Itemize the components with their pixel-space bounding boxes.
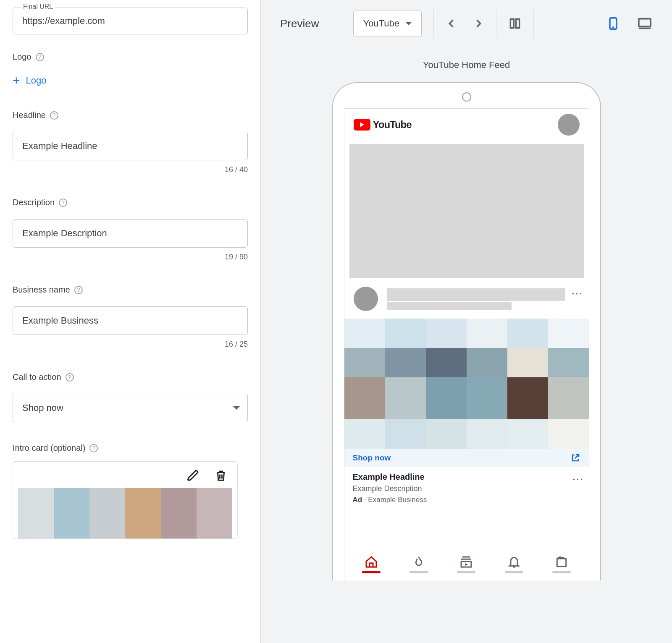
preview-panel: Preview YouTube [260, 0, 672, 643]
help-icon[interactable]: ? [74, 286, 83, 294]
help-icon[interactable]: ? [66, 373, 74, 382]
final-url-field[interactable]: Final URL https://example.com [13, 8, 248, 34]
mobile-device-icon[interactable] [606, 16, 620, 31]
chevron-down-icon [233, 406, 240, 410]
ad-cta-bar[interactable]: Shop now [344, 449, 589, 467]
final-url-value: https://example.com [22, 16, 105, 26]
headline-counter: 16 / 40 [13, 165, 248, 174]
phone-speaker-icon [462, 92, 471, 102]
preview-topbar: Preview YouTube [261, 0, 672, 47]
ad-form-panel: Final URL https://example.com Logo ? + L… [0, 0, 260, 643]
youtube-header: YouTube [344, 109, 589, 141]
compare-columns-icon[interactable] [508, 17, 522, 30]
ad-description: Example Description [353, 484, 570, 493]
chevron-down-icon [405, 22, 412, 25]
avatar[interactable] [558, 114, 580, 136]
more-menu-icon[interactable]: ⋮ [575, 472, 580, 504]
svg-rect-1 [516, 19, 520, 28]
preview-title: Preview [280, 17, 319, 30]
placement-select[interactable]: YouTube [353, 10, 421, 37]
nav-library[interactable] [552, 555, 571, 573]
plus-icon: + [13, 74, 20, 87]
next-arrow-icon[interactable] [472, 18, 484, 29]
nav-trending[interactable] [410, 555, 428, 573]
nav-subscriptions[interactable] [457, 555, 475, 573]
business-input[interactable]: Example Business [13, 306, 248, 335]
cta-select[interactable]: Shop now [13, 394, 248, 422]
svg-rect-0 [510, 19, 514, 28]
help-icon[interactable]: ? [50, 111, 58, 120]
description-counter: 19 / 90 [13, 253, 248, 261]
phone-screen: YouTube ⋮ Shop now [344, 108, 589, 580]
business-counter: 16 / 25 [13, 340, 248, 349]
youtube-play-icon [354, 119, 370, 131]
youtube-logo: YouTube [354, 119, 412, 131]
nav-notifications[interactable] [505, 555, 523, 573]
logo-section-label: Logo ? [13, 52, 248, 62]
phone-frame: YouTube ⋮ Shop now [332, 82, 601, 580]
description-input[interactable]: Example Description [13, 219, 248, 248]
ad-cta-text: Shop now [353, 453, 391, 463]
headline-input[interactable]: Example Headline [13, 132, 248, 160]
svg-rect-4 [639, 19, 651, 26]
final-url-label: Final URL [21, 3, 55, 10]
nav-home[interactable] [362, 555, 381, 573]
ad-business-line: Ad · Example Business [353, 496, 570, 504]
intro-card-section-label: Intro card (optional) ? [13, 443, 248, 453]
business-section-label: Business name ? [13, 285, 248, 295]
add-logo-button[interactable]: + Logo [13, 74, 46, 87]
intro-card-thumbnail [13, 461, 238, 539]
help-icon[interactable]: ? [89, 444, 98, 452]
feed-video-meta: ⋮ [354, 287, 580, 311]
open-external-icon [570, 453, 580, 463]
intro-card-image [18, 488, 232, 538]
preview-context-label: YouTube Home Feed [261, 60, 672, 71]
trash-icon[interactable] [215, 469, 227, 483]
ad-image[interactable] [344, 319, 589, 449]
avatar [354, 287, 378, 311]
description-section-label: Description ? [13, 198, 248, 207]
cta-section-label: Call to action ? [13, 372, 248, 382]
ad-headline: Example Headline [353, 472, 570, 482]
prev-arrow-icon[interactable] [446, 18, 457, 29]
headline-section-label: Headline ? [13, 110, 248, 120]
more-menu-icon[interactable]: ⋮ [574, 287, 580, 300]
help-icon[interactable]: ? [59, 199, 67, 207]
help-icon[interactable]: ? [36, 53, 44, 61]
desktop-device-icon[interactable] [637, 16, 653, 31]
feed-video-placeholder [349, 144, 584, 278]
ad-text-block: Example Headline Example Description Ad … [344, 467, 589, 504]
youtube-bottom-nav [344, 548, 589, 580]
svg-rect-6 [557, 559, 566, 567]
edit-icon[interactable] [187, 469, 200, 483]
